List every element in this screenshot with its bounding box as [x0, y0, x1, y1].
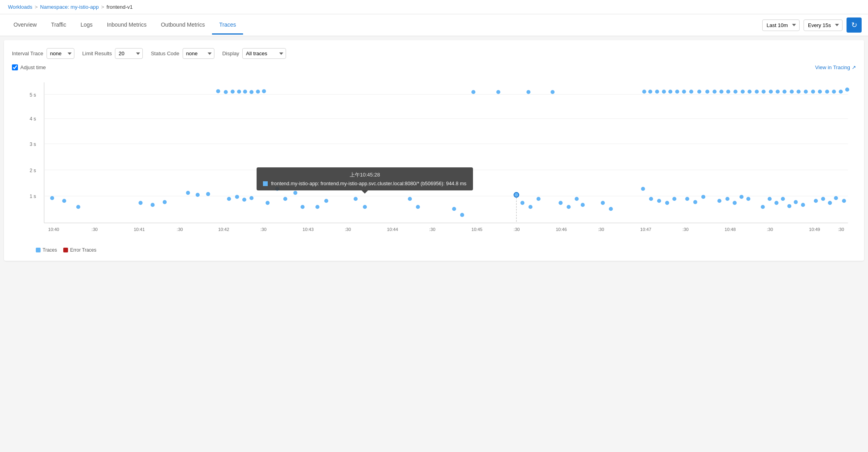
svg-point-63: [776, 89, 780, 93]
svg-text:4 s: 4 s: [29, 116, 36, 122]
chart-legend: Traces Error Traces: [12, 247, 856, 253]
status-code-label: Status Code: [151, 50, 179, 56]
svg-point-104: [559, 201, 562, 205]
tab-outbound-metrics[interactable]: Outbound Metrics: [154, 16, 212, 35]
legend-error-traces-label: Error Traces: [70, 247, 96, 253]
svg-text:5 s: 5 s: [29, 92, 36, 98]
svg-point-105: [566, 205, 570, 209]
svg-text:10:48: 10:48: [725, 227, 736, 232]
svg-text:10:42: 10:42: [218, 227, 229, 232]
display-group: Display All traces Error traces: [222, 48, 286, 59]
interval-container: Every 5s Every 15s Every 30s Every 1m: [804, 19, 843, 31]
svg-text::30: :30: [260, 227, 266, 232]
svg-point-84: [235, 195, 239, 199]
svg-point-112: [657, 199, 661, 203]
svg-point-44: [642, 89, 646, 93]
svg-point-89: [283, 197, 287, 201]
refresh-button[interactable]: ↻: [847, 17, 862, 33]
filter-row-2: Adjust time View in Tracing ↗: [12, 64, 856, 70]
svg-text:10:41: 10:41: [134, 227, 145, 232]
interval-trace-group: Interval Trace none 5s 10s 30s: [12, 48, 74, 59]
svg-point-88: [275, 187, 279, 191]
status-code-select[interactable]: none 200 4xx 5xx: [183, 48, 214, 59]
svg-point-130: [814, 199, 818, 203]
svg-text:3 s: 3 s: [29, 142, 36, 147]
svg-point-132: [828, 201, 832, 205]
display-select[interactable]: All traces Error traces: [242, 48, 286, 59]
svg-point-59: [747, 89, 751, 93]
svg-point-129: [801, 203, 805, 207]
chart-svg-wrapper: 5 s 4 s 3 s 2 s 1 s 10:40 :30 10:41 :30 …: [12, 74, 856, 244]
top-bar: Workloads > Namespace: my-istio-app > fr…: [0, 0, 868, 14]
limit-results-group: Limit Results 5 10 20 50 100: [82, 48, 143, 59]
svg-point-131: [821, 197, 825, 201]
tab-logs[interactable]: Logs: [73, 16, 99, 35]
filter-row-1: Interval Trace none 5s 10s 30s Limit Res…: [12, 48, 856, 59]
svg-point-52: [697, 89, 701, 93]
svg-point-68: [811, 89, 815, 93]
svg-point-35: [237, 89, 241, 93]
adjust-time-checkbox[interactable]: [12, 64, 18, 70]
time-range-container: Last 1m Last 5m Last 10m Last 30m Last 1…: [762, 19, 800, 31]
adjust-time-label[interactable]: Adjust time: [12, 64, 46, 70]
svg-point-76: [76, 205, 80, 209]
breadcrumb: Workloads > Namespace: my-istio-app > fr…: [8, 4, 133, 10]
svg-point-46: [655, 89, 659, 93]
traces-chart: 5 s 4 s 3 s 2 s 1 s 10:40 :30 10:41 :30 …: [12, 74, 856, 243]
external-link-icon: ↗: [852, 64, 856, 70]
time-range-select[interactable]: Last 1m Last 5m Last 10m Last 30m Last 1…: [762, 19, 800, 31]
svg-point-41: [496, 90, 500, 94]
svg-text::30: :30: [767, 227, 773, 232]
svg-point-53: [705, 89, 709, 93]
tab-traffic[interactable]: Traffic: [44, 16, 73, 35]
svg-point-56: [726, 89, 730, 93]
legend-error-traces: Error Traces: [63, 247, 96, 253]
svg-point-124: [768, 197, 772, 201]
svg-point-82: [206, 192, 210, 196]
main-content: Interval Trace none 5s 10s 30s Limit Res…: [4, 40, 864, 261]
svg-point-43: [551, 90, 555, 94]
svg-point-49: [675, 89, 679, 93]
legend-error-traces-dot: [63, 248, 68, 252]
svg-point-95: [363, 205, 367, 209]
svg-point-87: [266, 201, 270, 205]
legend-traces-dot: [36, 248, 41, 252]
svg-point-79: [163, 200, 167, 204]
tabs-right-controls: Last 1m Last 5m Last 10m Last 30m Last 1…: [762, 14, 862, 36]
legend-traces: Traces: [36, 247, 57, 253]
breadcrumb-current: frontend-v1: [107, 4, 133, 10]
svg-point-94: [354, 197, 358, 201]
svg-point-38: [256, 89, 260, 93]
svg-text:10:46: 10:46: [556, 227, 567, 232]
interval-trace-select[interactable]: none 5s 10s 30s: [47, 48, 74, 59]
view-in-tracing-text: View in Tracing: [815, 64, 850, 70]
svg-point-77: [138, 201, 142, 205]
breadcrumb-namespace[interactable]: Namespace: my-istio-app: [40, 4, 99, 10]
svg-point-108: [601, 201, 605, 205]
svg-text::30: :30: [345, 227, 351, 232]
tab-overview[interactable]: Overview: [6, 16, 44, 35]
view-in-tracing-link[interactable]: View in Tracing ↗: [815, 64, 856, 70]
limit-results-select[interactable]: 5 10 20 50 100: [115, 48, 143, 59]
legend-traces-label: Traces: [43, 247, 57, 253]
svg-point-55: [719, 89, 723, 93]
svg-point-120: [733, 201, 737, 205]
svg-point-133: [834, 196, 838, 200]
interval-select[interactable]: Every 5s Every 15s Every 30s Every 1m: [804, 19, 843, 31]
svg-text::30: :30: [682, 227, 688, 232]
tab-inbound-metrics[interactable]: Inbound Metrics: [100, 16, 154, 35]
tabs-bar: Overview Traffic Logs Inbound Metrics Ou…: [0, 14, 868, 36]
tab-traces[interactable]: Traces: [212, 16, 243, 35]
tabs-list: Overview Traffic Logs Inbound Metrics Ou…: [6, 16, 762, 35]
svg-point-121: [740, 195, 743, 199]
svg-point-81: [196, 193, 200, 197]
svg-text::30: :30: [598, 227, 604, 232]
svg-point-93: [324, 199, 328, 203]
svg-point-127: [787, 204, 791, 208]
svg-point-115: [685, 197, 689, 201]
svg-point-110: [641, 187, 645, 191]
breadcrumb-workloads[interactable]: Workloads: [8, 4, 32, 10]
svg-point-61: [762, 89, 766, 93]
svg-point-99: [460, 213, 464, 217]
svg-text:2 s: 2 s: [29, 168, 36, 173]
